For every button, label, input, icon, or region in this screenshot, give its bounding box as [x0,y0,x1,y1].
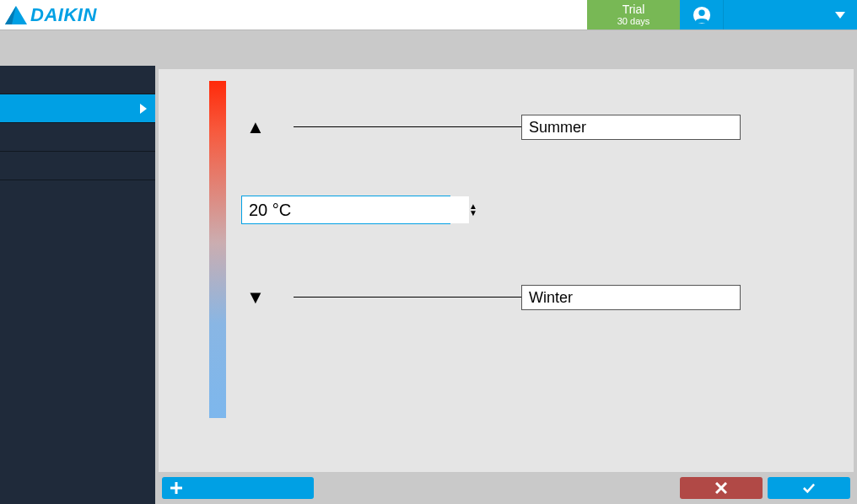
connector-line-summer [294,126,521,127]
user-icon [693,6,711,24]
sidebar [0,66,155,504]
daikin-logo-icon [5,6,27,24]
svg-rect-3 [170,487,182,490]
logo-area: DAIKIN [0,0,587,29]
footer-toolbar [155,472,857,504]
sidebar-item-3[interactable] [0,123,155,152]
chevron-down-icon [835,12,845,19]
sidebar-item-2-active[interactable] [0,94,155,123]
plus-icon [170,482,182,494]
spinner-down-icon[interactable]: ▼ [469,210,477,217]
user-avatar-button[interactable] [680,0,724,29]
winter-label-input[interactable] [521,285,741,310]
trial-label: Trial [623,3,645,17]
temperature-spinner[interactable]: ▲ ▼ [469,196,481,223]
connector-line-winter [294,297,521,298]
content-panel: ▲ ▼ ▲ ▼ [159,69,854,472]
sidebar-item-1[interactable] [0,66,155,94]
temperature-stepper[interactable]: ▲ ▼ [241,196,450,224]
cancel-button[interactable] [680,477,763,499]
trial-duration: 30 days [617,16,650,27]
summer-label-input[interactable] [521,115,741,140]
brand-logo: DAIKIN [5,4,97,26]
app-header: DAIKIN Trial 30 days [0,0,857,30]
header-substrip [0,30,857,66]
add-button[interactable] [162,477,314,499]
close-icon [715,482,727,494]
svg-point-1 [698,9,704,15]
arrow-down-icon: ▼ [246,288,265,307]
temperature-gradient-bar [209,81,226,418]
brand-name: DAIKIN [30,4,97,26]
arrow-up-icon: ▲ [246,118,265,137]
main-area: ▲ ▼ ▲ ▼ [155,66,857,504]
chevron-right-icon [140,104,147,114]
confirm-button[interactable] [768,477,850,499]
temperature-input[interactable] [242,196,469,223]
sidebar-item-4[interactable] [0,152,155,180]
trial-badge[interactable]: Trial 30 days [587,0,680,29]
user-menu-dropdown[interactable] [724,0,857,29]
check-icon [803,482,815,494]
